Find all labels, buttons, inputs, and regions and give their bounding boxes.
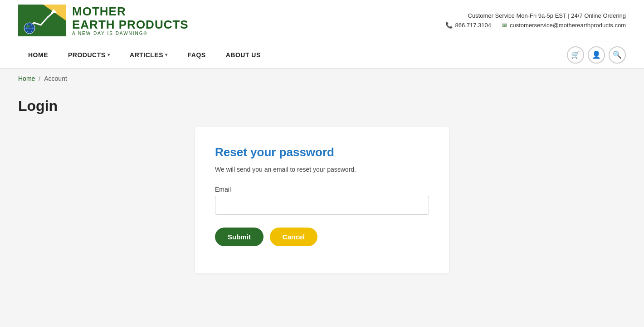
card-description: We will send you an email to reset your …	[215, 166, 429, 173]
email-contact: ✉ customerservice@motherearthproducts.co…	[502, 22, 626, 29]
submit-button[interactable]: Submit	[215, 228, 263, 246]
page-title: Login	[18, 98, 626, 114]
cancel-button[interactable]: Cancel	[270, 228, 317, 246]
card-title: Reset your password	[215, 145, 429, 159]
chevron-down-icon: ▾	[165, 52, 168, 57]
search-button[interactable]: 🔍	[609, 46, 626, 64]
nav-about-us[interactable]: ABOUT US	[216, 41, 271, 69]
button-row: Submit Cancel	[215, 228, 429, 246]
chevron-down-icon: ▾	[107, 52, 110, 57]
contact-info: Customer Service Mon-Fri 9a-5p EST | 24/…	[445, 12, 626, 29]
brand-name: MOTHER EARTH PRODUCTS	[72, 5, 189, 31]
logo-text: MOTHER EARTH PRODUCTS A NEW DAY IS DAWNI…	[72, 5, 189, 36]
logo-area: MOTHER EARTH PRODUCTS A NEW DAY IS DAWNI…	[18, 5, 189, 36]
breadcrumb-home[interactable]: Home	[18, 75, 35, 82]
page-content: Login Reset your password We will send y…	[0, 89, 644, 327]
phone-contact: 📞 866.717.3104	[445, 22, 492, 29]
nav-home[interactable]: HOME	[18, 41, 58, 69]
breadcrumb-separator: /	[39, 75, 40, 82]
brand-tagline: A NEW DAY IS DAWNING®	[72, 31, 189, 36]
user-icon: 👤	[592, 50, 601, 59]
email-label: Email	[215, 186, 429, 193]
svg-point-7	[26, 25, 30, 28]
email-input[interactable]	[215, 196, 429, 215]
nav-articles[interactable]: ARTICLES ▾	[120, 41, 178, 69]
nav-faqs[interactable]: FAQS	[178, 41, 216, 69]
phone-number: 866.717.3104	[455, 22, 492, 29]
email-address: customerservice@motherearthproducts.com	[510, 22, 626, 29]
breadcrumb-current: Account	[44, 75, 67, 82]
nav-products[interactable]: PRODUCTS ▾	[58, 41, 120, 69]
email-icon: ✉	[502, 22, 507, 29]
nav-links: HOME PRODUCTS ▾ ARTICLES ▾ FAQS ABOUT US	[18, 41, 271, 69]
cart-button[interactable]: 🛒	[567, 46, 584, 64]
contact-items: 📞 866.717.3104 ✉ customerservice@mothere…	[445, 22, 626, 29]
nav-icons: 🛒 👤 🔍	[567, 46, 626, 64]
reset-password-card: Reset your password We will send you an …	[195, 127, 449, 273]
logo-image	[18, 5, 66, 36]
account-button[interactable]: 👤	[588, 46, 605, 64]
reset-password-form: Email Submit Cancel	[215, 186, 429, 246]
service-line: Customer Service Mon-Fri 9a-5p EST | 24/…	[445, 12, 626, 19]
cart-icon: 🛒	[571, 50, 580, 59]
nav-bar: HOME PRODUCTS ▾ ARTICLES ▾ FAQS ABOUT US…	[0, 41, 644, 69]
search-icon: 🔍	[613, 50, 622, 59]
phone-icon: 📞	[445, 22, 453, 29]
top-bar: MOTHER EARTH PRODUCTS A NEW DAY IS DAWNI…	[0, 0, 644, 41]
breadcrumb: Home / Account	[0, 69, 644, 89]
